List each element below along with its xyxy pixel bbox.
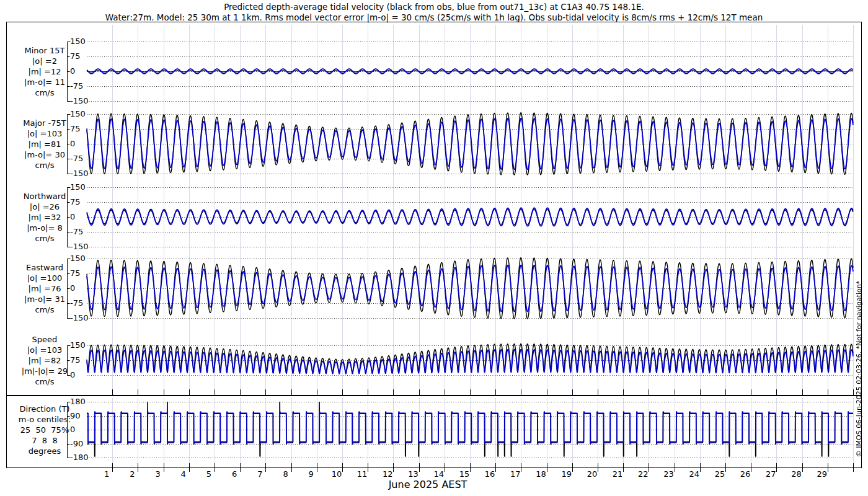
day-tick-mark: [598, 463, 598, 472]
day-tick-label: 21: [607, 469, 628, 479]
day-tick-label: 24: [684, 469, 705, 479]
day-tick-mark: [368, 463, 368, 472]
day-tick-mark: [802, 463, 803, 472]
day-tick-mark: [623, 463, 624, 472]
day-tick-mark: [725, 463, 726, 472]
day-tick-mark: [445, 463, 445, 472]
day-tick-label: 19: [556, 469, 577, 479]
day-tick-label: 27: [760, 469, 781, 479]
day-tick-mark: [138, 463, 138, 472]
day-tick-label: 9: [301, 469, 322, 479]
day-tick-mark: [215, 463, 215, 472]
day-tick-label: 8: [275, 469, 296, 479]
day-tick-mark: [112, 463, 113, 472]
day-tick-label: 12: [377, 469, 398, 479]
day-tick-label: 7: [249, 469, 270, 479]
chart-title-line2: Water:27m. Model: 25 30m at 1 1km. Rms m…: [0, 12, 868, 22]
x-axis-label: June 2025 AEST: [335, 479, 521, 490]
day-tick-mark: [547, 463, 547, 472]
day-tick-label: 11: [352, 469, 373, 479]
day-tick-label: 23: [658, 469, 680, 479]
dir-panel-canvas: [62, 398, 856, 467]
day-tick-mark: [853, 463, 854, 472]
day-tick-mark: [240, 463, 241, 472]
day-tick-mark: [675, 463, 675, 472]
day-tick-mark: [164, 463, 164, 472]
day-tick-label: 3: [148, 469, 169, 479]
day-tick-label: 15: [454, 469, 475, 479]
day-tick-mark: [265, 463, 266, 472]
day-tick-label: 16: [479, 469, 500, 479]
day-tick-mark: [776, 463, 777, 472]
day-tick-mark: [291, 463, 292, 472]
day-tick-label: 10: [326, 469, 347, 479]
major-panel-canvas: [62, 107, 856, 180]
day-tick-mark: [828, 463, 828, 472]
watermark-text: © IMOS 06-Jun-2025 02:03:26. *Not for na…: [855, 241, 864, 496]
minor-panel-canvas: [62, 25, 856, 107]
day-tick-label: 1: [96, 469, 117, 479]
day-tick-label: 28: [786, 469, 807, 479]
day-tick-label: 20: [582, 469, 603, 479]
day-tick-mark: [495, 463, 496, 472]
day-tick-label: 25: [709, 469, 730, 479]
day-tick-label: 29: [812, 469, 833, 479]
day-tick-mark: [751, 463, 751, 472]
day-tick-mark: [649, 463, 649, 472]
north-panel-canvas: [62, 180, 856, 252]
day-tick-mark: [521, 463, 521, 472]
day-tick-mark: [317, 463, 317, 472]
day-tick-label: 5: [198, 469, 219, 479]
day-tick-mark: [393, 463, 394, 472]
day-tick-label: 17: [505, 469, 526, 479]
tidal-velocity-figure: Predicted depth-average tidal velocity (…: [0, 0, 868, 496]
day-tick-mark: [700, 463, 701, 472]
day-tick-label: 26: [735, 469, 756, 479]
east-panel-canvas: [62, 252, 856, 327]
day-tick-mark: [419, 463, 420, 472]
day-tick-label: 6: [224, 469, 245, 479]
day-tick-label: 2: [122, 469, 143, 479]
day-tick-mark: [189, 463, 190, 472]
day-tick-label: 14: [428, 469, 450, 479]
day-tick-label: 13: [403, 469, 424, 479]
day-tick-mark: [470, 463, 471, 472]
chart-title-line1: Predicted depth-average tidal velocity (…: [0, 2, 868, 12]
day-tick-mark: [572, 463, 573, 472]
speed-panel-canvas: [62, 327, 856, 396]
day-tick-label: 4: [173, 469, 194, 479]
day-tick-mark: [342, 463, 343, 472]
day-tick-label: 22: [632, 469, 653, 479]
day-tick-label: 18: [531, 469, 552, 479]
